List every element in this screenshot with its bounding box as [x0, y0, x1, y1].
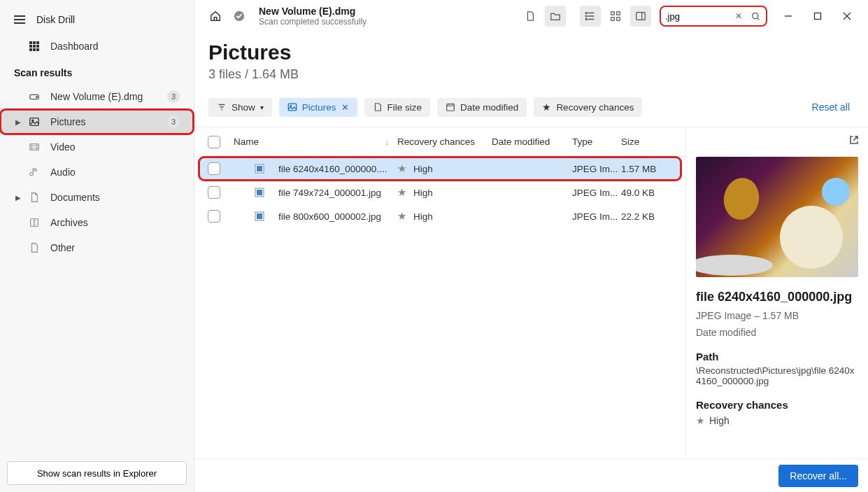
grid-icon: [28, 40, 41, 52]
col-type[interactable]: Type: [572, 136, 621, 147]
sidebar-item-label: Documents: [50, 192, 100, 203]
svg-rect-32: [257, 190, 262, 195]
col-date[interactable]: Date modified: [492, 136, 572, 147]
brand-text: Disk Drill: [36, 14, 75, 25]
check-circle-icon[interactable]: [232, 9, 246, 23]
count-badge: 3: [167, 115, 180, 128]
table-row[interactable]: file 6240x4160_000000.... ★High JPEG Im.…: [199, 157, 681, 181]
sidebar-item-label: Other: [50, 242, 75, 253]
sidebar-item-label: New Volume (E).dmg: [50, 91, 143, 102]
search-container: ✕: [660, 6, 767, 27]
jpeg-icon: [253, 186, 266, 199]
footer: Recover all...: [194, 458, 868, 492]
preview-panel: file 6240x4160_000000.jpg JPEG Image – 1…: [686, 127, 868, 458]
brand-row: Disk Drill: [0, 6, 194, 34]
svg-point-16: [585, 13, 587, 14]
row-checkbox[interactable]: [208, 210, 220, 223]
panel-view-icon[interactable]: [630, 6, 651, 27]
star-icon: ★: [542, 101, 551, 113]
sidebar-item-label: Audio: [50, 167, 76, 178]
svg-rect-3: [29, 45, 32, 48]
sidebar: Disk Drill Dashboard Scan results New Vo…: [0, 0, 194, 492]
svg-point-18: [585, 19, 587, 20]
select-all-checkbox[interactable]: [208, 136, 220, 148]
file-view-icon[interactable]: [520, 6, 541, 27]
jpeg-icon: [253, 162, 266, 175]
recover-all-button[interactable]: Recover all...: [778, 465, 858, 487]
search-icon[interactable]: [749, 10, 762, 22]
filter-bar: Show ▾ Pictures ✕ File size Date modifie…: [194, 87, 868, 127]
sidebar-section-title: Scan results: [0, 59, 194, 84]
sidebar-item-pictures[interactable]: ▶ Pictures 3: [0, 109, 194, 134]
audio-icon: [28, 166, 41, 178]
list-view-icon[interactable]: [580, 6, 601, 27]
remove-filter-icon[interactable]: ✕: [341, 102, 349, 113]
archive-icon: [28, 216, 41, 229]
sidebar-item-volume[interactable]: New Volume (E).dmg 3: [0, 84, 194, 109]
grid-view-icon[interactable]: [605, 6, 626, 27]
svg-rect-19: [611, 12, 614, 15]
file-name: file 800x600_000002.jpg: [278, 211, 381, 222]
show-in-explorer-button[interactable]: Show scan results in Explorer: [7, 461, 187, 485]
col-recovery[interactable]: Recovery chances: [397, 136, 492, 147]
file-icon: [28, 241, 41, 254]
svg-rect-5: [36, 45, 39, 48]
pictures-filter[interactable]: Pictures ✕: [279, 98, 357, 117]
page-subtitle: 3 files / 1.64 MB: [208, 67, 854, 82]
table-row[interactable]: file 749x724_000001.jpg ★High JPEG Im...…: [194, 181, 685, 204]
sidebar-item-label: Pictures: [50, 116, 86, 127]
jpeg-icon: [253, 210, 266, 223]
sidebar-item-audio[interactable]: Audio: [0, 160, 194, 185]
col-size[interactable]: Size: [621, 136, 680, 147]
sidebar-item-dashboard[interactable]: Dashboard: [0, 34, 194, 59]
maximize-button[interactable]: [805, 6, 830, 27]
home-icon[interactable]: [208, 9, 222, 23]
svg-rect-22: [617, 17, 620, 20]
table-header: Name↓ Recovery chances Date modified Typ…: [194, 127, 685, 157]
svg-rect-34: [257, 213, 262, 219]
col-name[interactable]: Name↓: [228, 136, 397, 147]
sidebar-item-documents[interactable]: ▶ Documents: [0, 185, 194, 210]
svg-point-10: [36, 97, 38, 98]
filesize-filter[interactable]: File size: [364, 98, 431, 117]
svg-rect-23: [636, 13, 645, 20]
preview-rc-label: Recovery chances: [696, 399, 858, 411]
date-filter[interactable]: Date modified: [437, 98, 527, 117]
reset-all-link[interactable]: Reset all: [812, 101, 854, 113]
svg-point-17: [585, 15, 587, 17]
show-filter[interactable]: Show ▾: [208, 98, 272, 117]
chevron-right-icon: ▶: [15, 118, 21, 126]
preview-path: \Reconstructed\Pictures\jpg\file 6240x41…: [696, 365, 858, 386]
menu-icon[interactable]: [14, 15, 25, 24]
image-icon: [28, 115, 41, 128]
minimize-button[interactable]: [776, 6, 801, 27]
clear-search-icon[interactable]: ✕: [732, 10, 745, 22]
svg-rect-2: [36, 41, 39, 44]
svg-rect-1: [33, 41, 36, 44]
folder-view-icon[interactable]: [545, 6, 566, 27]
row-checkbox[interactable]: [208, 162, 220, 175]
sidebar-item-other[interactable]: Other: [0, 235, 194, 260]
title: New Volume (E).dmg: [259, 6, 367, 17]
file-table: Name↓ Recovery chances Date modified Typ…: [194, 127, 686, 458]
row-checkbox[interactable]: [208, 186, 220, 199]
svg-rect-0: [29, 41, 32, 44]
sidebar-item-archives[interactable]: Archives: [0, 210, 194, 235]
file-name: file 749x724_000001.jpg: [278, 188, 381, 198]
recovery-filter[interactable]: ★ Recovery chances: [534, 97, 642, 117]
sidebar-item-video[interactable]: Video: [0, 134, 194, 160]
table-row[interactable]: file 800x600_000002.jpg ★High JPEG Im...…: [194, 204, 685, 228]
star-icon: ★: [397, 162, 406, 174]
titlebar: New Volume (E).dmg Scan completed succes…: [194, 0, 868, 32]
close-button[interactable]: [834, 6, 860, 27]
preview-date-label: Date modified: [696, 327, 858, 338]
search-input[interactable]: [665, 11, 728, 22]
open-external-icon[interactable]: [848, 134, 860, 146]
file-name: file 6240x4160_000000....: [278, 164, 387, 174]
page-title: Pictures: [208, 41, 854, 64]
preview-path-label: Path: [696, 351, 858, 363]
main: New Volume (E).dmg Scan completed succes…: [194, 0, 868, 492]
svg-point-27: [290, 105, 292, 106]
svg-rect-30: [257, 166, 262, 171]
svg-rect-20: [617, 12, 620, 15]
